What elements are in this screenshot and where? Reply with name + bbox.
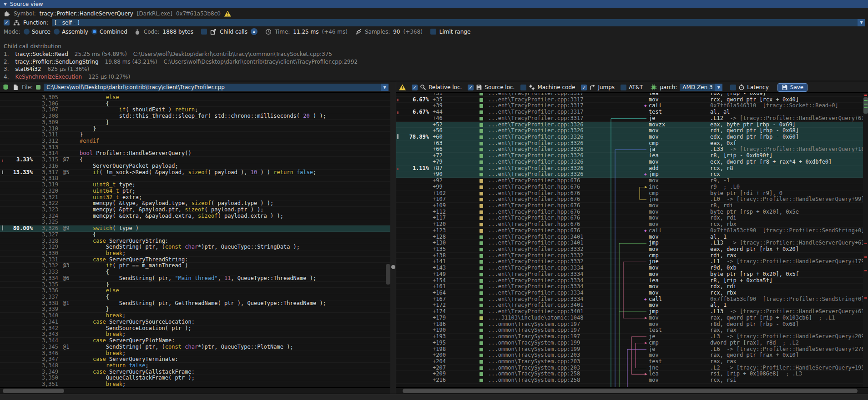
asm-row[interactable]: +186...ommon\TracySystem.cpp:197movr8d, … [396,321,868,328]
checkbox-icon[interactable] [581,85,587,90]
asm-row[interactable]: +209...ommon\TracySystem.cpp:258learsi, … [396,371,868,377]
source-line[interactable]: 3,331 case ServerQueryThreadString: [0,257,390,263]
source-line[interactable]: 3,328 case ServerQueryString: [0,238,390,245]
asm-row[interactable]: +154...ent\TracyProfiler.cpp:3334lear8, … [396,278,868,284]
source-line[interactable]: 3,312#endif [0,138,390,145]
source-line[interactable]: 3,348 return false; [0,363,390,369]
child-call-row[interactable]: 3.stat64i32625 μs (1.36%) [4,66,89,72]
asm-row[interactable]: 1.11%+87...ent\TracyProfiler.cpp:3326add… [396,165,868,172]
chevron-down-icon[interactable]: ▼ [381,84,389,91]
source-line[interactable]: 3,307 if( shouldExit ) return; [0,107,390,113]
asm-row[interactable]: +128...ent\TracyProfiler.cpp:3401moval, … [396,234,868,240]
source-line[interactable]: 3,321 uint32_t extra; [0,195,390,201]
source-line[interactable]: 80.00%3,326@9 switch( type ) [0,225,390,232]
mode-radio-assembly[interactable]: Assembly [54,29,88,35]
checkbox-icon[interactable] [621,85,626,90]
source-line[interactable]: 3,330 break; [0,250,390,257]
source-line[interactable]: 3,334@6 SendString( ptr, "Main thread", … [0,275,390,282]
source-line[interactable]: 3,332@3 if( ptr == m_mainThread ) [0,263,390,269]
checkbox-icon[interactable] [468,85,474,90]
asm-row[interactable]: +172...ent\TracyProfiler.cpp:3401moval, … [396,302,868,309]
splitter-handle[interactable] [391,265,395,269]
source-vertical-scrollbar[interactable] [386,264,390,285]
toolbar-toggle-machine-code[interactable]: Machine code [520,84,575,90]
source-line[interactable]: 13.33%3,317@5 if( !m_sock->Read( &payloa… [0,170,390,176]
asm-row[interactable]: +200...ommon\TracySystem.cpp:203movrax, … [396,352,868,359]
source-line[interactable]: 3,310 } [0,126,390,132]
source-line[interactable]: 3,337 { [0,294,390,300]
source-line[interactable]: 3,327 { [0,232,390,238]
radio-icon[interactable] [24,29,30,35]
asm-row[interactable]: +216...ommon\TracySystem.cpp:258movrcx, … [396,377,868,384]
radio-icon[interactable] [54,29,60,35]
source-line[interactable]: 3,350 QueueCallstackFrame( ptr ); [0,375,390,381]
source-line[interactable]: 3,314bool Profiler::HandleServerQuery() [0,150,390,157]
child-calls-checkbox[interactable] [201,29,207,35]
latency-group[interactable]: Latency [730,84,768,90]
source-line[interactable]: 3,349 case ServerQueryCallstackFrame: [0,369,390,375]
asm-row[interactable]: +79...ent\TracyProfiler.cpp:3326movecx, … [396,159,868,165]
source-line[interactable]: 3,338@1 SendString( ptr, GetThreadName( … [0,300,390,307]
asm-row[interactable]: +135...ent\TracyProfiler.cpp:3332moveax,… [396,246,868,253]
source-line[interactable]: 3,311} [0,132,390,138]
asm-row[interactable]: +72...ent\TracyProfiler.cpp:3326lear8, [… [396,153,868,159]
source-line[interactable]: 3,343 break; [0,331,390,338]
source-line[interactable]: 3,344 case ServerQueryPlotName: [0,338,390,344]
source-line[interactable]: 3,316 ServerQueryPacket payload; [0,163,390,170]
pane-splitter[interactable] [390,82,396,394]
source-line[interactable]: 3,309 } [0,120,390,126]
asm-row[interactable]: +161...ent\TracyProfiler.cpp:3334movrdx,… [396,284,868,290]
asm-row[interactable]: +92...ent\TracyProfiler.hpp:676movr9, -1 [396,178,868,184]
source-line[interactable]: 3,313 [0,145,390,151]
source-line[interactable]: 3,340 break; [0,313,390,319]
asm-row[interactable]: +174...ent\TracyProfiler.cpp:3401jmp.L13… [396,309,868,315]
radio-icon[interactable] [91,29,97,35]
asm-row[interactable]: +130...ent\TracyProfiler.cpp:3401jmp.L13… [396,240,868,246]
asm-row[interactable]: +52...ent\TracyProfiler.cpp:3326movzxeax… [396,122,868,128]
asm-row[interactable]: +102...ent\TracyProfiler.hpp:676cmpbyte … [396,190,868,197]
source-line[interactable]: 3,325 [0,219,390,225]
asm-row[interactable]: +193...ommon\TracySystem.cpp:197je.L3 ->… [396,334,868,340]
child-call-row[interactable]: 2.tracy::Profiler::SendLongString19.88 m… [4,59,358,65]
source-line[interactable]: 3,320 uint64_t ptr; [0,188,390,195]
source-line[interactable]: 3,319 uint8_t type; [0,182,390,188]
source-line[interactable]: 3,322 memcpy( &type, &payload.type, size… [0,200,390,207]
source-line[interactable]: 3,318 [0,175,390,182]
asm-row[interactable]: +141...ent\TracyProfiler.cpp:3332jne.L1 … [396,259,868,265]
asm-row[interactable]: +39...ent\TracyProfiler.cpp:3317◆call0x7… [396,103,868,109]
source-line[interactable]: 3,336 else [0,288,390,294]
asm-row[interactable]: 6.67%+44...ent\TracyProfiler.cpp:3317tes… [396,109,868,115]
march-select[interactable]: AMD Zen 3▼ [680,84,722,91]
checkbox-icon[interactable] [520,85,526,90]
title-bar[interactable]: ▼ Source view [0,0,868,8]
child-calls-up-button[interactable]: ▲ [251,28,257,35]
source-horizontal-scrollbar[interactable] [0,387,390,394]
source-line[interactable]: 3,306 { [0,101,390,107]
asm-row[interactable]: +138...ent\TracyProfiler.cpp:3332cmprdi,… [396,253,868,259]
asm-row[interactable]: +164...ent\TracyProfiler.cpp:3334movrcx,… [396,290,868,296]
source-line[interactable]: 3,347 case ServerQueryTerminate: [0,356,390,363]
source-line[interactable]: 3.33%3,315@7{ [0,157,390,163]
asm-row[interactable]: +99...ent\TracyProfiler.hpp:676incr9 ; .… [396,184,868,190]
source-line[interactable]: 3,345@1 SendString( ptr, (const char*)pt… [0,344,390,350]
mode-radio-source[interactable]: Source [24,29,50,35]
child-call-row[interactable]: 4.KeSynchronizeExecution125 μs (0.27%) [4,74,130,80]
asm-row[interactable]: 6.67%+35...ent\TracyProfiler.cpp:3317mov… [396,97,868,103]
toolbar-toggle-source-loc-[interactable]: Source loc. [468,84,515,90]
asm-row[interactable]: +198...ommon\TracySystem.cpp:199je.L6 ->… [396,346,868,353]
asm-row[interactable]: +90...ent\TracyProfiler.cpp:3326◆jmprcx [396,171,868,178]
asm-row[interactable]: +190...ommon\TracySystem.cpp:197testrax,… [396,327,868,334]
source-line[interactable]: 3,329 SendString( ptr, (const char*)ptr,… [0,244,390,250]
assembly-vertical-scrollbar[interactable] [863,93,868,388]
toolbar-toggle-jumps[interactable]: Jumps [581,84,615,90]
asm-row[interactable]: +107...ent\TracyProfiler.hpp:676jne.L0 -… [396,196,868,203]
child-call-row[interactable]: 1.tracy::Socket::Read25.25 ms (54.89%)C:… [4,51,332,57]
source-line[interactable]: 3,308 std::this_thread::sleep_for( std::… [0,113,390,120]
checkbox-icon[interactable] [412,85,418,90]
latency-checkbox[interactable] [730,85,736,90]
mode-radio-combined[interactable]: Combined [91,29,127,35]
toolbar-toggle-relative-loc-[interactable]: Relative loc. [412,84,462,90]
source-line[interactable]: 3,351 break; [0,381,390,388]
source-line[interactable]: 3,346 break; [0,350,390,357]
source-line[interactable]: 3,341 case ServerQuerySourceLocation: [0,319,390,325]
